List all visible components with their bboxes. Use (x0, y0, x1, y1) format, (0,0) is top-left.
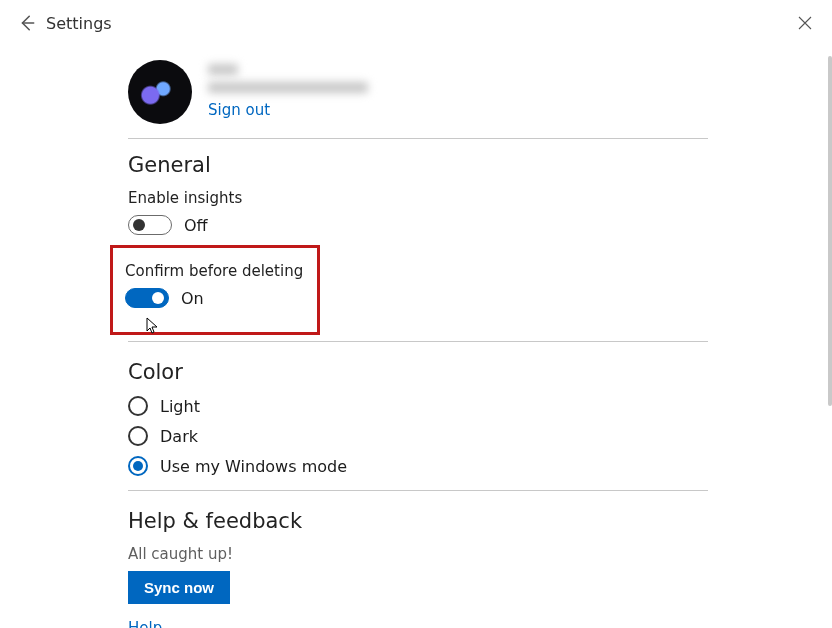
divider (128, 490, 708, 491)
radio-icon (128, 396, 148, 416)
sync-now-button[interactable]: Sync now (128, 571, 230, 604)
color-option-light[interactable]: Light (128, 396, 708, 416)
profile-name-redacted (208, 64, 238, 75)
sign-out-link[interactable]: Sign out (208, 101, 270, 119)
enable-insights-state: Off (184, 216, 208, 235)
confirm-delete-label: Confirm before deleting (125, 262, 305, 280)
help-link[interactable]: Help (128, 619, 162, 628)
profile-email-redacted (208, 82, 368, 93)
color-option-label: Light (160, 397, 200, 416)
radio-icon (128, 456, 148, 476)
scrollbar[interactable] (828, 56, 832, 406)
divider (128, 341, 708, 342)
arrow-left-icon (18, 14, 36, 32)
color-option-label: Use my Windows mode (160, 457, 347, 476)
confirm-before-deleting-highlight: Confirm before deleting On (110, 245, 320, 335)
close-icon (798, 16, 812, 30)
radio-icon (128, 426, 148, 446)
avatar (128, 60, 192, 124)
section-heading-general: General (128, 153, 708, 177)
color-option-label: Dark (160, 427, 198, 446)
enable-insights-label: Enable insights (128, 189, 708, 207)
cursor-icon (145, 317, 159, 339)
confirm-delete-state: On (181, 289, 204, 308)
page-title: Settings (46, 14, 112, 33)
enable-insights-toggle[interactable] (128, 215, 172, 235)
confirm-delete-toggle[interactable] (125, 288, 169, 308)
profile-section: Sign out (128, 60, 708, 124)
section-heading-color: Color (128, 360, 708, 384)
color-option-dark[interactable]: Dark (128, 426, 708, 446)
color-option-windows[interactable]: Use my Windows mode (128, 456, 708, 476)
section-heading-help: Help & feedback (128, 509, 708, 533)
divider (128, 138, 708, 139)
back-button[interactable] (14, 10, 40, 36)
sync-status: All caught up! (128, 545, 708, 563)
close-button[interactable] (792, 10, 818, 36)
